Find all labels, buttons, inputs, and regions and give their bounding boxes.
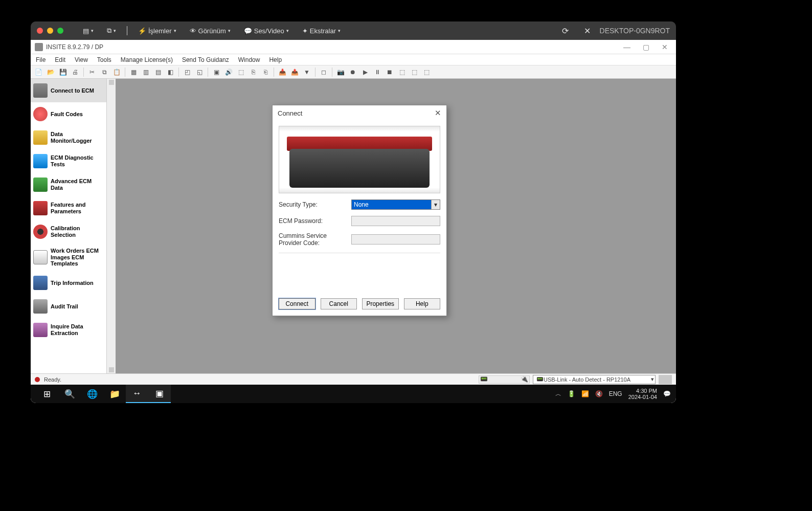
tb-rec[interactable]: ⏺ bbox=[347, 67, 358, 77]
tb-10[interactable]: ⎘ bbox=[247, 67, 259, 77]
tb-9[interactable]: ⬚ bbox=[235, 67, 246, 77]
sidebar-item-data-monitor[interactable]: Data Monitor/Logger bbox=[31, 126, 106, 149]
tb-paste[interactable]: 📋 bbox=[111, 67, 122, 77]
sidebar-scrollbar[interactable] bbox=[106, 79, 116, 373]
tb-save[interactable]: 💾 bbox=[57, 67, 69, 77]
menu-manage-licenses[interactable]: Manage License(s) bbox=[121, 56, 173, 63]
features-icon bbox=[33, 201, 48, 215]
wifi-icon[interactable]: 📶 bbox=[581, 390, 589, 397]
data-monitor-icon bbox=[33, 130, 48, 145]
connect-dialog: Connect ✕ Security Type: None ECM Passwo… bbox=[272, 105, 447, 316]
tb-pause[interactable]: ⏸ bbox=[372, 67, 383, 77]
app-title: INSITE 8.9.2.79 / DP bbox=[46, 43, 103, 51]
fault-icon bbox=[33, 107, 48, 121]
tb-3[interactable]: ▤ bbox=[152, 67, 164, 77]
menu-tools[interactable]: Tools bbox=[97, 56, 111, 63]
tb-11[interactable]: ⎗ bbox=[260, 67, 271, 77]
provider-code-field bbox=[351, 234, 440, 245]
tb-4[interactable]: ◧ bbox=[165, 67, 176, 77]
properties-button[interactable]: Properties bbox=[362, 298, 399, 309]
connect-icon bbox=[33, 83, 48, 98]
sidebar-item-features[interactable]: Features and Parameters bbox=[31, 196, 106, 220]
clock[interactable]: 4:30 PM 2024-01-04 bbox=[628, 388, 657, 400]
tb-cut[interactable]: ✂ bbox=[86, 67, 98, 77]
close-button[interactable] bbox=[37, 28, 43, 34]
password-label: ECM Password: bbox=[279, 217, 351, 225]
sidebar-item-connect-ecm[interactable]: Connect to ECM bbox=[31, 79, 106, 102]
adapter-slider[interactable] bbox=[479, 375, 530, 384]
tb-17[interactable]: ⬚ bbox=[421, 67, 432, 77]
tb-12[interactable]: 📥 bbox=[277, 67, 288, 77]
tb-1[interactable]: ▦ bbox=[128, 67, 139, 77]
start-button[interactable]: ⊞ bbox=[36, 385, 58, 403]
copy-dropdown[interactable]: ⧉▾ bbox=[103, 25, 120, 36]
traffic-lights bbox=[37, 28, 63, 34]
tb-open[interactable]: 📂 bbox=[45, 67, 56, 77]
doc-dropdown[interactable]: ▤▾ bbox=[79, 26, 98, 36]
sidebar-item-work-orders[interactable]: Work Orders ECM Images ECM Templates bbox=[31, 243, 106, 271]
adapter-select[interactable]: 📟 USB-Link - Auto Detect - RP1210A bbox=[533, 375, 656, 384]
explorer-button[interactable]: 📁 bbox=[103, 385, 126, 403]
volume-icon[interactable]: 🔇 bbox=[595, 390, 603, 397]
cancel-button[interactable]: Cancel bbox=[321, 298, 357, 309]
search-button[interactable]: 🔍 bbox=[58, 385, 81, 403]
tb-7[interactable]: ▣ bbox=[211, 67, 222, 77]
close-session-icon[interactable]: ✕ bbox=[584, 26, 591, 36]
tb-6[interactable]: ◱ bbox=[194, 67, 205, 77]
insite-taskbar-button[interactable]: ▣ bbox=[148, 385, 171, 403]
tb-copy[interactable]: ⧉ bbox=[99, 67, 110, 77]
minimize-button[interactable] bbox=[47, 28, 53, 34]
sidebar-item-calibration[interactable]: Calibration Selection bbox=[31, 220, 106, 243]
tb-cam[interactable]: 📷 bbox=[335, 67, 346, 77]
notifications-icon[interactable]: 💬 bbox=[663, 390, 671, 397]
tb-2[interactable]: ▥ bbox=[140, 67, 151, 77]
tb-5[interactable]: ◰ bbox=[182, 67, 193, 77]
edge-button[interactable]: 🌐 bbox=[81, 385, 103, 403]
content-area: Connect to ECM Fault Codes Data Monitor/… bbox=[31, 79, 676, 373]
sidebar-item-inquire[interactable]: Inquire Data Extraction bbox=[31, 318, 106, 342]
win-close[interactable]: ✕ bbox=[662, 43, 668, 51]
tb-print[interactable]: 🖨 bbox=[70, 67, 81, 77]
menu-view[interactable]: View bbox=[75, 56, 88, 63]
tb-new[interactable]: 📄 bbox=[33, 67, 44, 77]
sesvideo-menu[interactable]: 💬 Ses/Video▾ bbox=[240, 26, 293, 36]
connect-button[interactable]: Connect bbox=[279, 298, 315, 309]
tb-8[interactable]: 🔊 bbox=[223, 67, 234, 77]
security-type-combo[interactable]: None bbox=[351, 199, 440, 210]
zoom-button[interactable] bbox=[57, 28, 63, 34]
help-button[interactable]: Help bbox=[404, 298, 441, 309]
tb-play[interactable]: ▶ bbox=[359, 67, 371, 77]
teamviewer-button[interactable]: ↔ bbox=[126, 385, 148, 403]
dialog-close-button[interactable]: ✕ bbox=[435, 108, 441, 118]
tb-13[interactable]: 📤 bbox=[289, 67, 300, 77]
menu-window[interactable]: Window bbox=[238, 56, 260, 63]
sidebar-item-adv-ecm[interactable]: Advanced ECM Data bbox=[31, 173, 106, 196]
menu-edit[interactable]: Edit bbox=[55, 56, 65, 63]
language-indicator[interactable]: ENG bbox=[609, 390, 622, 397]
sidebar-item-diag-tests[interactable]: ECM Diagnostic Tests bbox=[31, 149, 106, 173]
gorunum-menu[interactable]: 👁 Görünüm▾ bbox=[186, 26, 235, 36]
tb-filter[interactable]: ▼ bbox=[301, 67, 312, 77]
app-icon bbox=[35, 43, 43, 51]
menu-send-guidanz[interactable]: Send To Guidanz bbox=[182, 56, 229, 63]
tray-chevron-icon[interactable]: ︿ bbox=[555, 390, 561, 398]
islemler-menu[interactable]: ⚡ İşlemler▾ bbox=[134, 26, 181, 36]
menu-help[interactable]: Help bbox=[269, 56, 282, 63]
win-maximize[interactable]: ▢ bbox=[643, 43, 649, 51]
refresh-icon[interactable]: ⟳ bbox=[562, 26, 569, 36]
tb-stop[interactable]: ⏹ bbox=[384, 67, 395, 77]
status-box bbox=[659, 375, 672, 384]
sidebar-item-audit[interactable]: Audit Trail bbox=[31, 295, 106, 318]
menu-file[interactable]: File bbox=[36, 56, 46, 63]
tb-15[interactable]: ⬚ bbox=[396, 67, 408, 77]
tb-14[interactable]: ◻ bbox=[318, 67, 329, 77]
status-text: Ready. bbox=[44, 376, 61, 383]
win-minimize[interactable]: — bbox=[623, 43, 630, 51]
sidebar-item-trip[interactable]: Trip Information bbox=[31, 271, 106, 295]
sidebar-item-fault-codes[interactable]: Fault Codes bbox=[31, 102, 106, 126]
tb-16[interactable]: ⬚ bbox=[409, 67, 420, 77]
battery-icon[interactable]: 🔋 bbox=[568, 390, 575, 397]
windows-taskbar: ⊞ 🔍 🌐 📁 ↔ ▣ ︿ 🔋 📶 🔇 ENG 4:30 PM 2024-01-… bbox=[31, 385, 676, 403]
ekstralar-menu[interactable]: ✦ Ekstralar▾ bbox=[298, 26, 345, 36]
provider-code-label: Cummins Service Provider Code: bbox=[279, 232, 351, 247]
